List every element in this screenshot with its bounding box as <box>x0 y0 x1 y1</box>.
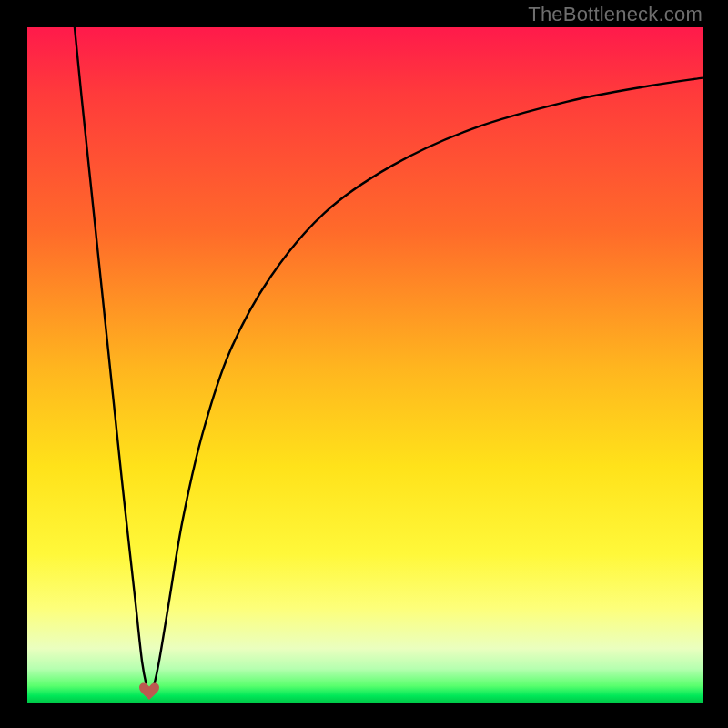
watermark-text: TheBottleneck.com <box>528 3 703 26</box>
plot-area <box>27 27 703 703</box>
curve-right-branch <box>153 78 703 691</box>
bottleneck-curve <box>27 27 703 703</box>
chart-frame: TheBottleneck.com <box>0 0 728 728</box>
curve-left-branch <box>75 27 147 691</box>
